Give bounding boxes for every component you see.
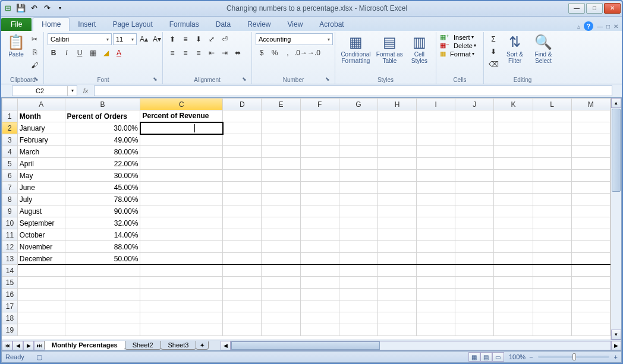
increase-indent-button[interactable]: ⇥ [219, 47, 231, 59]
cell-H10[interactable] [377, 217, 416, 229]
sheet-tab-2[interactable]: Sheet2 [125, 341, 161, 350]
name-box[interactable]: C2▾ [12, 86, 77, 96]
cell-I13[interactable] [417, 253, 455, 265]
cell-J7[interactable] [455, 182, 494, 194]
cell-J12[interactable] [455, 241, 494, 253]
cell-K16[interactable] [494, 289, 533, 300]
cell-D9[interactable] [223, 205, 262, 217]
select-all-corner[interactable] [2, 99, 18, 110]
page-layout-view-button[interactable]: ▤ [480, 352, 492, 362]
clear-button[interactable]: ⌫ [487, 58, 499, 70]
cell-I14[interactable] [417, 265, 455, 277]
cell-K12[interactable] [494, 241, 533, 253]
col-header-C[interactable]: C [140, 99, 223, 110]
cell-D3[interactable] [223, 134, 262, 146]
percent-button[interactable]: % [269, 47, 281, 59]
cell-L9[interactable] [533, 205, 571, 217]
cell-D13[interactable] [223, 253, 262, 265]
next-sheet-button[interactable]: ▶ [23, 341, 34, 350]
cell-J1[interactable] [455, 110, 494, 122]
cell-B10[interactable]: 32.00% [65, 217, 140, 229]
row-header-1[interactable]: 1 [2, 110, 18, 122]
horizontal-scrollbar[interactable]: ◀ ▶ [221, 341, 621, 350]
number-launcher-icon[interactable]: ⬊ [324, 76, 331, 83]
save-icon[interactable]: 💾 [15, 3, 26, 14]
zoom-handle[interactable] [572, 353, 576, 360]
row-header-3[interactable]: 3 [2, 134, 18, 146]
help-icon[interactable]: ? [584, 21, 593, 31]
cell-A17[interactable] [17, 300, 65, 312]
cell-B13[interactable]: 50.00% [65, 253, 140, 265]
cell-C1[interactable]: Percent of Revenue [140, 110, 223, 122]
italic-button[interactable]: I [61, 47, 73, 59]
review-tab[interactable]: Review [239, 18, 279, 31]
row-header-8[interactable]: 8 [2, 194, 18, 205]
cell-K10[interactable] [494, 217, 533, 229]
cell-M12[interactable] [571, 241, 610, 253]
cell-G6[interactable] [339, 170, 377, 182]
cell-M1[interactable] [571, 110, 610, 122]
cell-D18[interactable] [223, 312, 262, 324]
cell-G13[interactable] [339, 253, 377, 265]
find-select-button[interactable]: 🔍Find & Select [530, 33, 556, 65]
cell-E1[interactable] [262, 110, 300, 122]
cell-E15[interactable] [262, 277, 300, 289]
align-top-button[interactable]: ⬆ [166, 33, 178, 45]
home-tab[interactable]: Home [33, 17, 70, 31]
cell-G19[interactable] [339, 324, 377, 336]
cell-K13[interactable] [494, 253, 533, 265]
cell-D17[interactable] [223, 300, 262, 312]
cell-I11[interactable] [417, 229, 455, 241]
cell-E10[interactable] [262, 217, 300, 229]
zoom-out-button[interactable]: − [529, 353, 533, 360]
cell-F12[interactable] [300, 241, 339, 253]
cell-K15[interactable] [494, 277, 533, 289]
cell-J16[interactable] [455, 289, 494, 300]
cell-H2[interactable] [377, 122, 416, 134]
cell-H19[interactable] [377, 324, 416, 336]
view-tab[interactable]: View [279, 18, 312, 31]
grow-font-button[interactable]: A▴ [138, 33, 150, 45]
cell-J15[interactable] [455, 277, 494, 289]
cell-D5[interactable] [223, 158, 262, 170]
cell-I19[interactable] [417, 324, 455, 336]
cell-C18[interactable] [140, 312, 223, 324]
cell-H18[interactable] [377, 312, 416, 324]
cell-A14[interactable] [17, 265, 65, 277]
cell-G1[interactable] [339, 110, 377, 122]
cell-C11[interactable] [140, 229, 223, 241]
cell-L1[interactable] [533, 110, 571, 122]
cell-E18[interactable] [262, 312, 300, 324]
cell-F5[interactable] [300, 158, 339, 170]
format-painter-button[interactable]: 🖌 [29, 59, 40, 71]
cell-H17[interactable] [377, 300, 416, 312]
cell-D8[interactable] [223, 194, 262, 205]
cell-J10[interactable] [455, 217, 494, 229]
format-as-table-button[interactable]: ▤Format as Table [375, 33, 404, 65]
col-header-J[interactable]: J [455, 99, 494, 110]
cell-L7[interactable] [533, 182, 571, 194]
cell-F8[interactable] [300, 194, 339, 205]
row-header-16[interactable]: 16 [2, 289, 18, 300]
cell-I5[interactable] [417, 158, 455, 170]
cell-H5[interactable] [377, 158, 416, 170]
shrink-font-button[interactable]: A▾ [151, 33, 163, 45]
currency-button[interactable]: $ [256, 47, 268, 59]
zoom-in-button[interactable]: + [614, 353, 618, 360]
cell-L18[interactable] [533, 312, 571, 324]
cell-I15[interactable] [417, 277, 455, 289]
cell-D19[interactable] [223, 324, 262, 336]
col-header-A[interactable]: A [17, 99, 65, 110]
row-header-19[interactable]: 19 [2, 324, 18, 336]
cell-L15[interactable] [533, 277, 571, 289]
cell-E4[interactable] [262, 146, 300, 158]
font-size-combo[interactable]: 11▾ [113, 33, 137, 45]
cell-B11[interactable]: 14.00% [65, 229, 140, 241]
cell-A10[interactable]: September [17, 217, 65, 229]
cell-E2[interactable] [262, 122, 300, 134]
row-header-5[interactable]: 5 [2, 158, 18, 170]
cell-B15[interactable] [65, 277, 140, 289]
row-header-12[interactable]: 12 [2, 241, 18, 253]
fill-color-button[interactable]: ◢ [100, 47, 112, 59]
cell-M11[interactable] [571, 229, 610, 241]
